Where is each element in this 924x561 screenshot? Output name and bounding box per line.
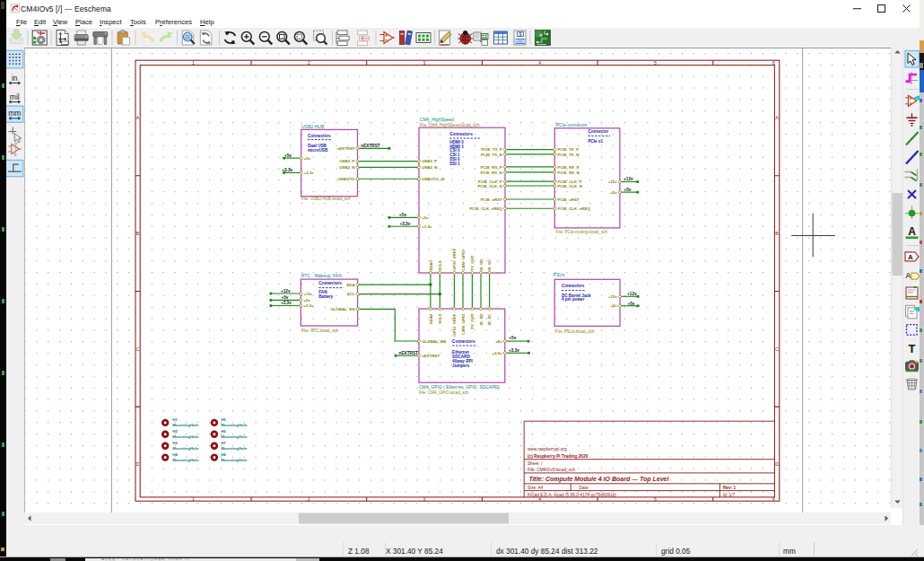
svg-text:1: 1 — [192, 496, 195, 502]
svg-text:3: 3 — [423, 60, 426, 66]
svg-text:+5v: +5v — [303, 298, 310, 302]
svg-text:PCIE_TX_P: PCIE_TX_P — [481, 147, 502, 152]
svg-text:microUSB: microUSB — [308, 148, 328, 153]
svg-text:PCIE_CLK_nREQ: PCIE_CLK_nREQ — [558, 206, 591, 211]
svg-text:Connector: Connector — [588, 129, 608, 134]
svg-text:USB2_P: USB2_P — [422, 159, 437, 163]
svg-text:ID_SC: ID_SC — [487, 259, 492, 271]
svg-text:3: 3 — [423, 496, 426, 502]
svg-text:SDA: SDA — [346, 283, 355, 287]
svg-text:+3.3v: +3.3v — [399, 222, 410, 226]
svg-text:B: B — [775, 231, 779, 236]
svg-text:+12v: +12v — [623, 177, 633, 181]
svg-text:6: 6 — [772, 60, 775, 66]
svg-text:H8: H8 — [221, 452, 226, 457]
svg-text:6: 6 — [772, 496, 775, 502]
svg-text:PCIE_CLK_N: PCIE_CLK_N — [558, 184, 582, 188]
svg-text:TV_OUT: TV_OUT — [470, 313, 475, 329]
svg-text:Connectors: Connectors — [308, 134, 331, 138]
svg-text:PSUs: PSUs — [554, 272, 565, 277]
svg-text:nEXTRST: nEXTRST — [361, 144, 379, 148]
svg-text:USBOTG_ID: USBOTG_ID — [422, 177, 445, 181]
svg-text:ID_SD: ID_SD — [479, 314, 484, 326]
svg-text:Connectors: Connectors — [562, 284, 585, 288]
svg-text:Rev: 1: Rev: 1 — [723, 486, 737, 490]
svg-text:in: in — [12, 74, 18, 83]
svg-text:mil: mil — [10, 92, 20, 101]
svg-text:A: A — [136, 115, 140, 120]
svg-text:MountingHole: MountingHole — [221, 446, 248, 451]
svg-text:+3.3v: +3.3v — [304, 171, 315, 175]
svg-text:Battery: Battery — [318, 294, 333, 299]
svg-text:+5v: +5v — [495, 339, 502, 344]
svg-text:SDA0: SDA0 — [429, 313, 433, 324]
svg-text:C: C — [136, 346, 140, 352]
svg-text:+5v: +5v — [422, 215, 429, 220]
svg-text:SCL0: SCL0 — [438, 260, 442, 271]
svg-text:SCL: SCL — [347, 292, 355, 296]
svg-text:SDA0: SDA0 — [429, 260, 433, 271]
svg-text:RTC , Wakeup, FAN: RTC , Wakeup, FAN — [301, 273, 342, 278]
svg-text:H6: H6 — [221, 429, 226, 434]
svg-text:A: A — [775, 115, 779, 120]
svg-text:File: PSUs.kicad_sch: File: PSUs.kicad_sch — [555, 329, 595, 334]
svg-text:PCIE_nRST: PCIE_nRST — [558, 197, 580, 202]
svg-text:PCIE_CLK_nREQ: PCIE_CLK_nREQ — [469, 206, 502, 211]
svg-text:File: PCIe-routing.kicad_sch: File: PCIe-routing.kicad_sch — [556, 230, 608, 234]
svg-text:PCIe x1: PCIe x1 — [588, 139, 603, 144]
svg-text:www.raspberrypi.org: www.raspberrypi.org — [527, 447, 567, 451]
svg-text:Size: A4: Size: A4 — [527, 486, 544, 490]
svg-text:+5v: +5v — [284, 153, 292, 158]
svg-text:SDCARD: SDCARD — [452, 355, 470, 359]
svg-text:GLOBAL_EN: GLOBAL_EN — [331, 307, 355, 311]
svg-text:+5v: +5v — [281, 295, 288, 300]
svg-text:GPIO_VREF: GPIO_VREF — [452, 248, 457, 270]
svg-text:Title: Compute Module 4 IO Boa: Title: Compute Module 4 IO Board — Top L… — [529, 476, 670, 483]
svg-text:+5v: +5v — [623, 188, 631, 192]
svg-text:nEXTRST: nEXTRST — [422, 354, 440, 358]
svg-text:+12v: +12v — [627, 292, 637, 296]
svg-text:A: A — [905, 271, 911, 280]
svg-text:USB2-HUB: USB2-HUB — [301, 124, 325, 129]
svg-text:+5v: +5v — [627, 302, 634, 306]
svg-text:+5v: +5v — [399, 213, 406, 217]
svg-text:MountingHole: MountingHole — [221, 423, 248, 427]
svg-text:+5v: +5v — [304, 156, 311, 161]
svg-text:CM4_GPIO ( Ethernet, GPIO, SDC: CM4_GPIO ( Ethernet, GPIO, SDCARD) — [419, 384, 500, 390]
svg-text:MountingHole: MountingHole — [172, 423, 199, 427]
svg-text:+12v: +12v — [303, 292, 312, 296]
svg-text:+3.3v: +3.3v — [303, 303, 314, 308]
svg-text:C: C — [775, 346, 779, 352]
svg-text:H2: H2 — [172, 429, 178, 434]
svg-text:KiCad E.D.A. kicad (5.99.0-41: KiCad E.D.A. kicad (5.99.0-4174-gc79d639… — [527, 493, 616, 497]
svg-text:USB2_N: USB2_N — [339, 165, 354, 170]
svg-text:MountingHole: MountingHole — [221, 458, 248, 462]
svg-text:File: CM4IOv5.kicad_sch: File: CM4IOv5.kicad_sch — [527, 468, 576, 472]
svg-text:H7: H7 — [221, 441, 226, 445]
svg-text:H1: H1 — [172, 417, 178, 422]
svg-text:MountingHole: MountingHole — [221, 434, 248, 439]
svg-text:Date:: Date: — [580, 486, 589, 490]
svg-text:40way RPI: 40way RPI — [452, 359, 473, 364]
svg-text:Id: 1/7: Id: 1/7 — [723, 493, 736, 497]
svg-text:USB2_N: USB2_N — [422, 165, 437, 170]
svg-text:+12v: +12v — [281, 289, 291, 294]
svg-text:D: D — [136, 461, 140, 467]
svg-text:FAN: FAN — [318, 290, 327, 294]
svg-text:PCIE_TX_N: PCIE_TX_N — [481, 153, 502, 157]
svg-text:mm: mm — [8, 109, 21, 118]
svg-text:PCIE_nRST: PCIE_nRST — [481, 197, 502, 202]
svg-text:PCIE_CLK_N: PCIE_CLK_N — [477, 184, 501, 188]
svg-text:+3.3v: +3.3v — [282, 168, 292, 172]
svg-text:+3.3v: +3.3v — [509, 348, 519, 353]
svg-text:+5v: +5v — [509, 336, 516, 340]
svg-text:A: A — [908, 253, 913, 261]
svg-text:D: D — [775, 461, 779, 467]
svg-text:2: 2 — [308, 60, 310, 66]
svg-text:+12v: +12v — [608, 294, 617, 299]
svg-text:+3.3v: +3.3v — [422, 224, 432, 229]
svg-text:T: T — [909, 342, 916, 355]
svg-text:File: RTC.kicad_sch: File: RTC.kicad_sch — [301, 329, 338, 333]
svg-text:H4: H4 — [172, 452, 178, 457]
svg-text:PCIE_RX_P: PCIE_RX_P — [558, 165, 580, 170]
